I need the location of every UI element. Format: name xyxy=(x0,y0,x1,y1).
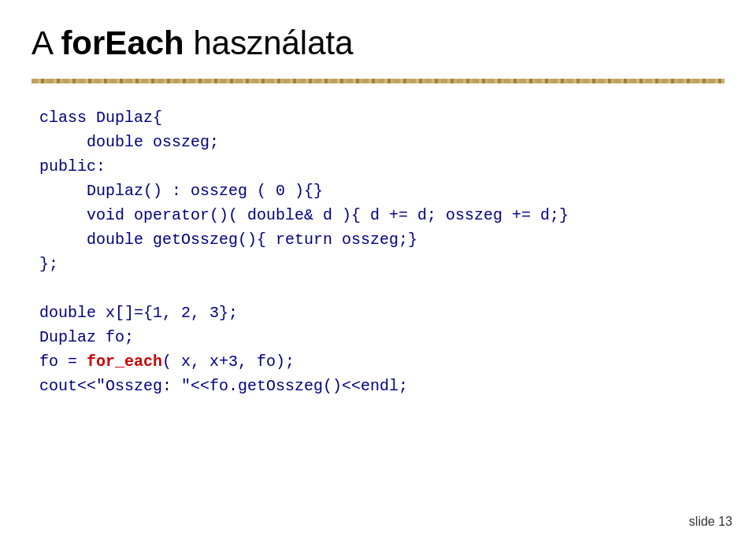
code-line-9: double x[]={1, 2, 3}; xyxy=(39,301,724,325)
code-line-3: public: xyxy=(39,154,724,179)
slide: A forEach használata class Duplaz{ doubl… xyxy=(0,0,756,543)
code-line-7: }; xyxy=(39,252,724,276)
title-suffix: használata xyxy=(184,24,354,61)
code-line-8 xyxy=(39,276,724,301)
code-line-10: Duplaz fo; xyxy=(39,325,724,349)
slide-number: slide 13 xyxy=(689,515,732,529)
code-line-12: cout<<"Osszeg: "<<fo.getOsszeg()<<endl; xyxy=(39,374,724,398)
title-divider xyxy=(32,79,724,83)
title-bold: forEach xyxy=(61,24,183,61)
code-line-6: double getOsszeg(){ return osszeg;} xyxy=(39,227,724,252)
foreach-keyword: for_each xyxy=(87,353,162,371)
title-prefix: A xyxy=(32,24,61,61)
code-line-1: class Duplaz{ xyxy=(39,105,724,130)
code-block: class Duplaz{ double osszeg; public: Dup… xyxy=(32,105,724,398)
code-line-4: Duplaz() : osszeg ( 0 ){} xyxy=(39,179,724,203)
code-line-11: fo = for_each( x, x+3, fo); xyxy=(39,349,724,374)
code-line-5: void operator()( double& d ){ d += d; os… xyxy=(39,203,724,227)
slide-title: A forEach használata xyxy=(32,24,724,63)
code-line-2: double osszeg; xyxy=(39,130,724,154)
